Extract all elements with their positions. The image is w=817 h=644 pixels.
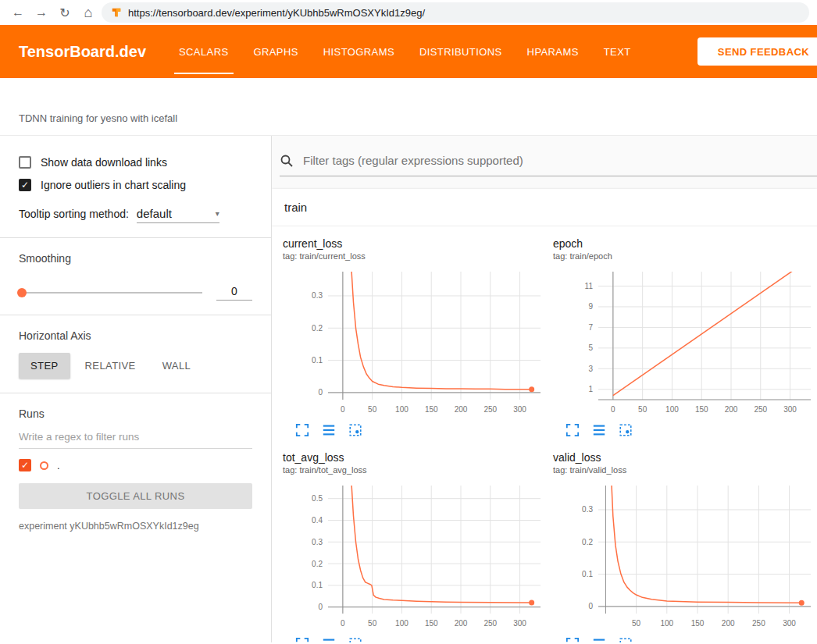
- ignore-outliers-label: Ignore outliers in chart scaling: [41, 179, 186, 191]
- chevron-down-icon: ▾: [216, 209, 219, 218]
- experiment-description: TDNN training for yesno with icefall: [0, 78, 817, 136]
- runs-filter-input[interactable]: [19, 425, 252, 449]
- app-header: TensorBoard.dev SCALARS GRAPHS HISTOGRAM…: [0, 25, 817, 78]
- svg-text:250: 250: [752, 619, 765, 628]
- toggle-all-runs-button[interactable]: TOGGLE ALL RUNS: [19, 483, 252, 509]
- chart-tag: tag: train/tot_avg_loss: [283, 465, 545, 475]
- show-download-links-label: Show data download links: [41, 156, 167, 169]
- svg-text:200: 200: [725, 405, 738, 414]
- svg-text:300: 300: [783, 619, 796, 628]
- svg-text:200: 200: [455, 619, 468, 628]
- expand-chart-icon[interactable]: [295, 423, 309, 437]
- send-feedback-button[interactable]: SEND FEEDBACK: [697, 37, 817, 66]
- svg-text:0.4: 0.4: [312, 516, 323, 525]
- svg-text:300: 300: [513, 405, 526, 414]
- svg-text:300: 300: [513, 619, 526, 628]
- chart-title: tot_avg_loss: [283, 451, 545, 464]
- svg-text:0.2: 0.2: [582, 538, 593, 546]
- svg-text:7: 7: [588, 323, 593, 332]
- line-chart[interactable]: 05010015020025030000.10.20.30.40.5: [283, 479, 545, 634]
- svg-text:0.3: 0.3: [312, 291, 323, 300]
- chart-title: epoch: [553, 237, 815, 250]
- svg-text:9: 9: [588, 302, 593, 311]
- svg-text:50: 50: [632, 619, 641, 628]
- line-chart[interactable]: 5010015020025030000.10.20.3: [553, 479, 815, 634]
- axis-relative-button[interactable]: RELATIVE: [73, 353, 148, 379]
- chart-epoch: epoch tag: train/epoch 05010015020025030…: [553, 237, 815, 437]
- toggle-y-axis-icon[interactable]: [592, 637, 606, 642]
- toggle-y-axis-icon[interactable]: [592, 423, 606, 437]
- tooltip-sorting-label: Tooltip sorting method:: [19, 208, 129, 220]
- expand-chart-icon[interactable]: [565, 637, 580, 642]
- svg-text:0.1: 0.1: [582, 570, 593, 578]
- run-checkbox[interactable]: ✓: [19, 459, 31, 471]
- tab-graphs[interactable]: GRAPHS: [241, 25, 311, 78]
- svg-text:0: 0: [588, 602, 593, 610]
- address-bar[interactable]: https://tensorboard.dev/experiment/yKUbh…: [102, 2, 809, 23]
- app-logo[interactable]: TensorBoard.dev: [19, 43, 146, 61]
- svg-text:100: 100: [660, 619, 673, 628]
- svg-text:250: 250: [754, 405, 767, 414]
- expand-chart-icon[interactable]: [295, 637, 309, 642]
- chart-title: valid_loss: [553, 451, 815, 464]
- url-text: https://tensorboard.dev/experiment/yKUbh…: [128, 7, 425, 19]
- svg-text:150: 150: [425, 405, 438, 414]
- fit-domain-icon[interactable]: [348, 423, 362, 437]
- tab-hparams[interactable]: HPARAMS: [515, 25, 591, 78]
- svg-text:300: 300: [783, 405, 797, 414]
- svg-text:0: 0: [341, 619, 345, 628]
- divider: [0, 393, 271, 393]
- tab-distributions[interactable]: DISTRIBUTIONS: [407, 25, 515, 78]
- svg-text:150: 150: [425, 619, 438, 628]
- svg-text:200: 200: [722, 619, 735, 628]
- svg-text:200: 200: [455, 405, 468, 414]
- chart-tag: tag: train/current_loss: [283, 251, 545, 261]
- toggle-y-axis-icon[interactable]: [322, 637, 336, 642]
- chart-tag: tag: train/epoch: [553, 251, 815, 261]
- tag-group-header[interactable]: train: [272, 189, 817, 226]
- chart-title: current_loss: [283, 237, 545, 250]
- svg-text:3: 3: [588, 365, 593, 373]
- back-icon[interactable]: ←: [8, 5, 28, 20]
- tag-group-card: train current_loss tag: train/current_lo…: [272, 189, 817, 642]
- chart-tot-avg-loss: tot_avg_loss tag: train/tot_avg_loss 050…: [283, 451, 545, 642]
- divider: [0, 237, 271, 238]
- svg-text:0: 0: [318, 388, 323, 397]
- svg-text:250: 250: [483, 619, 497, 628]
- run-row: ✓ .: [19, 459, 252, 471]
- chart-valid-loss: valid_loss tag: train/valid_loss 5010015…: [553, 451, 815, 642]
- tab-text[interactable]: TEXT: [591, 25, 644, 78]
- tooltip-sorting-dropdown[interactable]: default ▾: [137, 207, 219, 223]
- smoothing-slider[interactable]: [19, 292, 202, 294]
- svg-text:0: 0: [341, 405, 345, 414]
- refresh-icon[interactable]: ↻: [55, 5, 75, 20]
- show-download-links-checkbox[interactable]: [19, 156, 31, 169]
- forward-icon[interactable]: →: [31, 5, 52, 20]
- smoothing-slider-thumb[interactable]: [17, 288, 27, 297]
- tab-histograms[interactable]: HISTOGRAMS: [311, 25, 407, 78]
- toggle-y-axis-icon[interactable]: [322, 423, 336, 437]
- filter-tags-input[interactable]: [301, 153, 817, 168]
- tab-scalars[interactable]: SCALARS: [166, 25, 241, 78]
- fit-domain-icon[interactable]: [348, 637, 362, 642]
- svg-text:0.2: 0.2: [312, 324, 323, 333]
- fit-domain-icon[interactable]: [619, 423, 633, 437]
- line-chart[interactable]: 05010015020025030000.10.20.3: [283, 265, 545, 420]
- home-icon[interactable]: ⌂: [78, 5, 98, 21]
- smoothing-label: Smoothing: [19, 252, 252, 265]
- settings-sidebar: Show data download links ✓ Ignore outlie…: [0, 136, 272, 642]
- svg-text:100: 100: [665, 405, 679, 414]
- line-chart[interactable]: 0501001502002503001357911: [553, 265, 815, 420]
- axis-step-button[interactable]: STEP: [19, 353, 70, 379]
- expand-chart-icon[interactable]: [565, 423, 580, 437]
- ignore-outliers-checkbox[interactable]: ✓: [19, 179, 31, 191]
- fit-domain-icon[interactable]: [619, 637, 633, 642]
- chart-current-loss: current_loss tag: train/current_loss 050…: [283, 237, 545, 437]
- svg-text:50: 50: [368, 405, 377, 414]
- axis-wall-button[interactable]: WALL: [151, 353, 203, 379]
- smoothing-value[interactable]: 0: [216, 285, 252, 301]
- main-nav: SCALARS GRAPHS HISTOGRAMS DISTRIBUTIONS …: [166, 25, 644, 78]
- svg-text:150: 150: [695, 405, 708, 414]
- svg-text:0.1: 0.1: [312, 356, 323, 365]
- tooltip-sorting-value: default: [137, 207, 172, 220]
